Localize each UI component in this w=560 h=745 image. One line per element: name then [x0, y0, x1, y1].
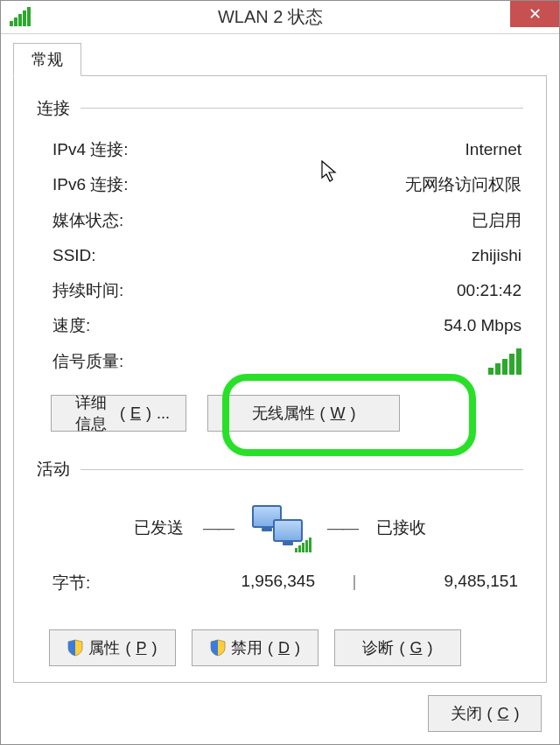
details-button-label: 详细信息	[67, 392, 115, 434]
connection-buttons-row: 详细信息(E)... 无线属性(W)	[37, 395, 523, 432]
properties-button-accel: P	[136, 639, 146, 657]
uac-shield-icon	[67, 639, 83, 657]
connection-group-label: 连接	[37, 97, 70, 120]
divider	[80, 108, 523, 109]
mouse-cursor-icon	[320, 160, 338, 183]
media-label: 媒体状态:	[52, 207, 123, 235]
close-button-label: 关闭	[451, 703, 482, 724]
client-area: 常规 连接 IPv4 连接: Internet IPv6 连接: 无网络访问权限…	[1, 34, 559, 744]
divider	[80, 469, 523, 470]
activity-received-label: 已接收	[376, 517, 426, 539]
signal-strength-icon	[488, 348, 522, 375]
activity-indicator-row: 已发送 —— —— 已接收	[37, 505, 523, 551]
dash-icon: ——	[327, 518, 357, 538]
dash-icon: ——	[203, 518, 233, 538]
close-button-accel: C	[498, 705, 509, 723]
signal-quality-label: 信号质量:	[52, 348, 123, 376]
bytes-label: 字节:	[52, 572, 184, 594]
diagnose-button-label: 诊断	[362, 637, 394, 658]
ipv6-value: 无网络访问权限	[405, 171, 522, 199]
row-speed: 速度: 54.0 Mbps	[37, 308, 523, 343]
bytes-received-value: 9,485,151	[394, 572, 522, 594]
window-title: WLAN 2 状态	[31, 5, 559, 29]
wireless-button-accel: W	[331, 404, 346, 423]
title-bar[interactable]: WLAN 2 状态 ✕	[1, 1, 559, 34]
properties-button[interactable]: 属性(P)	[49, 629, 176, 666]
details-button-suffix: ...	[157, 404, 170, 423]
diagnose-button-accel: G	[410, 639, 422, 657]
ipv4-label: IPv4 连接:	[52, 136, 129, 164]
tab-panel-general: 连接 IPv4 连接: Internet IPv6 连接: 无网络访问权限 媒体…	[13, 75, 547, 683]
details-button[interactable]: 详细信息(E)...	[51, 395, 186, 432]
ssid-label: SSID:	[52, 242, 96, 270]
diagnose-button[interactable]: 诊断(G)	[334, 629, 461, 666]
activity-group-label: 活动	[37, 458, 70, 481]
tab-strip: 常规	[13, 43, 547, 76]
details-button-accel: E	[130, 404, 141, 423]
duration-value: 00:21:42	[457, 277, 522, 305]
disable-button[interactable]: 禁用(D)	[192, 629, 318, 666]
activity-buttons-row: 属性(P) 禁用(D) 诊断(G)	[37, 629, 523, 666]
row-ipv6: IPv6 连接: 无网络访问权限	[37, 167, 523, 202]
bytes-row: 字节: 1,956,345 | 9,485,151	[37, 559, 523, 594]
window-close-button[interactable]: ✕	[510, 1, 559, 27]
speed-label: 速度:	[52, 312, 90, 340]
dialog-footer: 关闭(C)	[13, 695, 547, 732]
wireless-properties-button[interactable]: 无线属性(W)	[207, 395, 400, 432]
disable-button-accel: D	[278, 639, 290, 657]
bytes-sent-value: 1,956,345	[184, 572, 315, 594]
row-ssid: SSID: zhijishi	[37, 238, 523, 273]
speed-value: 54.0 Mbps	[444, 312, 522, 340]
connection-group-header: 连接	[37, 97, 523, 120]
disable-button-label: 禁用	[231, 637, 262, 658]
row-signal-quality: 信号质量:	[37, 344, 523, 379]
ipv4-value: Internet	[466, 136, 522, 164]
uac-shield-icon	[210, 639, 226, 657]
wlan-status-window: WLAN 2 状态 ✕ 常规 连接 IPv4 连接: Internet IPv6…	[0, 0, 560, 745]
close-icon: ✕	[528, 4, 542, 24]
wireless-button-label: 无线属性	[252, 403, 315, 424]
row-media: 媒体状态: 已启用	[37, 203, 523, 238]
activity-sent-label: 已发送	[134, 517, 184, 539]
activity-group-header: 活动	[37, 458, 523, 481]
tab-general[interactable]: 常规	[13, 43, 81, 76]
properties-button-label: 属性	[88, 637, 120, 658]
row-ipv4: IPv4 连接: Internet	[37, 132, 523, 167]
network-computers-icon	[252, 505, 308, 551]
ipv6-label: IPv6 连接:	[52, 171, 129, 199]
close-button[interactable]: 关闭(C)	[428, 695, 542, 732]
bytes-separator: |	[315, 572, 394, 594]
wifi-signal-icon	[10, 7, 31, 26]
duration-label: 持续时间:	[52, 277, 123, 305]
row-duration: 持续时间: 00:21:42	[37, 273, 523, 308]
media-value: 已启用	[472, 207, 522, 235]
ssid-value: zhijishi	[472, 242, 522, 270]
